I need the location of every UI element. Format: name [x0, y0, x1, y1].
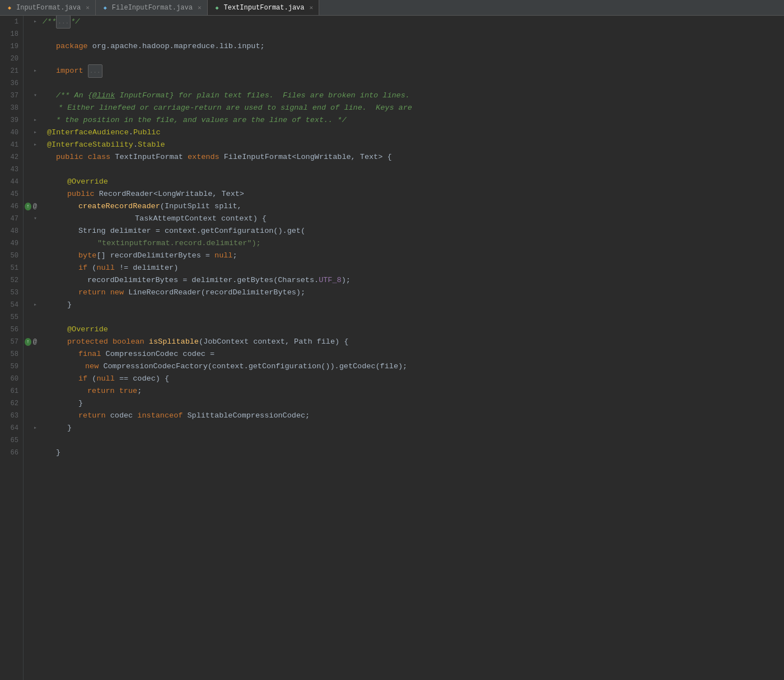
- gutter-54[interactable]: ▸: [24, 299, 38, 311]
- code-51b: != delimiter): [119, 262, 178, 274]
- code-line-48: String delimiter = context.getConfigurat…: [43, 225, 784, 237]
- gutter-42: [24, 151, 38, 163]
- code-52: recordDelimiterBytes = delimiter.getByte…: [87, 274, 319, 287]
- ln-46: 46: [2, 200, 18, 213]
- code-53: LineRecordReader(recordDelimiterBytes);: [128, 287, 305, 299]
- method-57: isSplitable: [149, 336, 199, 348]
- gutter-21[interactable]: ▸: [24, 65, 38, 77]
- code-38: * Either linefeed or carriage-return are…: [58, 102, 412, 114]
- ln-41: 41: [2, 139, 18, 151]
- code-59: CompressionCodecFactory(context.getConfi…: [103, 360, 407, 373]
- override-icon-57[interactable]: ↑: [25, 338, 31, 346]
- tab-fileinputformat[interactable]: ◆ FileInputFormat.java ✕: [96, 0, 208, 15]
- kw-new: new: [110, 287, 128, 299]
- code-48: String delimiter = context.getConfigurat…: [78, 225, 305, 237]
- code-line-62: }: [43, 397, 784, 410]
- ln-47: 47: [2, 213, 18, 225]
- code-41b: .: [133, 139, 138, 151]
- fold-icon-64[interactable]: ▸: [34, 422, 37, 434]
- gutter-1[interactable]: ▸: [24, 16, 38, 28]
- ln-51: 51: [2, 262, 18, 274]
- tab-textinputformat[interactable]: ◆ TextInputFormat.java ✕: [208, 0, 320, 15]
- gutter-41[interactable]: ▸: [24, 139, 38, 151]
- tab-close-3[interactable]: ✕: [310, 4, 314, 11]
- override-icon-46[interactable]: ↑: [25, 203, 31, 210]
- gutter-55: [24, 311, 38, 323]
- ln-38: 38: [2, 102, 18, 114]
- fold-1[interactable]: ...: [56, 16, 71, 29]
- gutter-66: [24, 447, 38, 459]
- code-line-55: [43, 311, 784, 323]
- ln-54: 54: [2, 299, 18, 311]
- code-line-19: package org.apache.hadoop.mapreduce.lib.…: [43, 40, 784, 53]
- fold-icon-1[interactable]: ▸: [34, 16, 37, 28]
- ln-63: 63: [2, 410, 18, 422]
- code-45: RecordReader<LongWritable, Text>: [99, 188, 244, 200]
- at-sign-46: @: [33, 200, 37, 213]
- gutter-59: [24, 360, 38, 373]
- gutter-65: [24, 434, 38, 447]
- fold-icon-41[interactable]: ▸: [34, 139, 37, 151]
- kw-byte: byte: [78, 250, 96, 262]
- tab-close-1[interactable]: ✕: [86, 4, 90, 11]
- kw-protected: protected: [67, 336, 113, 348]
- code-classname: TextInputFormat: [115, 151, 188, 163]
- ln-44: 44: [2, 176, 18, 188]
- gutter-48: [24, 225, 38, 237]
- code-line-20: [43, 53, 784, 65]
- ln-37: 37: [2, 90, 18, 102]
- gutter-20: [24, 53, 38, 65]
- tab-inputformat[interactable]: ◆ InputFormat.java ✕: [0, 0, 96, 15]
- ln-64: 64: [2, 422, 18, 434]
- code-line-40: @InterfaceAudience.Public: [43, 126, 784, 139]
- code-line-37: /** An {@link InputFormat} for plain tex…: [43, 90, 784, 102]
- code-line-44: @Override: [43, 176, 784, 188]
- fold-21[interactable]: ...: [88, 64, 102, 78]
- ln-59: 59: [2, 360, 18, 373]
- tab-bar: ◆ InputFormat.java ✕ ◆ FileInputFormat.j…: [0, 0, 784, 16]
- ln-1: 1: [2, 16, 18, 28]
- code-50: [] recordDelimiterBytes =: [96, 250, 214, 262]
- gutter-39[interactable]: ▸: [24, 114, 38, 126]
- kw-import: import: [56, 65, 88, 77]
- gutter-37[interactable]: ▾: [24, 90, 38, 102]
- fold-icon-40[interactable]: ▸: [34, 126, 37, 139]
- kw-null3: null: [96, 373, 119, 385]
- gutter-62: [24, 397, 38, 410]
- ln-18: 18: [2, 28, 18, 40]
- code-line-58: final CompressionCodec codec =: [43, 348, 784, 360]
- code-line-60: if (null == codec) {: [43, 373, 784, 385]
- code-63b: SplittableCompressionCodec;: [187, 410, 310, 422]
- gutter: ▸ ▸ ▾ ▸ ▸ ▸ ↑ @ ▾: [24, 16, 38, 680]
- kw-return3: return: [78, 410, 110, 422]
- code-line-65: [43, 434, 784, 447]
- gutter-47[interactable]: ▾: [24, 213, 38, 225]
- code-area[interactable]: /**...*/ package org.apache.hadoop.mapre…: [38, 16, 784, 680]
- tab-close-2[interactable]: ✕: [198, 4, 202, 11]
- fold-icon-39[interactable]: ▸: [34, 114, 37, 126]
- fold-icon-54[interactable]: ▸: [34, 299, 37, 311]
- ln-49: 49: [2, 237, 18, 250]
- code-58: CompressionCodec codec =: [106, 348, 214, 360]
- gutter-64[interactable]: ▸: [24, 422, 38, 434]
- ln-20: 20: [2, 53, 18, 65]
- code-47: TaskAttemptContext context) {: [135, 213, 267, 225]
- code-line-66: }: [43, 447, 784, 459]
- code-line-47: TaskAttemptContext context) {: [43, 213, 784, 225]
- ln-52: 52: [2, 274, 18, 287]
- code-line-36: [43, 77, 784, 90]
- gutter-45: [24, 188, 38, 200]
- code-50b: ;: [232, 250, 237, 262]
- ln-57: 57: [2, 336, 18, 348]
- code-40c: Public: [133, 126, 161, 139]
- kw-new2: new: [85, 360, 103, 373]
- fold-icon-37[interactable]: ▾: [34, 90, 37, 102]
- code-57: (JobContext context, Path file) {: [199, 336, 348, 348]
- fold-icon-47[interactable]: ▾: [34, 213, 37, 225]
- fold-icon-21[interactable]: ▸: [34, 65, 37, 77]
- code-62: }: [78, 397, 83, 410]
- line-numbers: 1 18 19 20 21 36 37 38 39 40 41 42 43 44…: [0, 16, 24, 680]
- ln-36: 36: [2, 77, 18, 90]
- gutter-40[interactable]: ▸: [24, 126, 38, 139]
- ln-53: 53: [2, 287, 18, 299]
